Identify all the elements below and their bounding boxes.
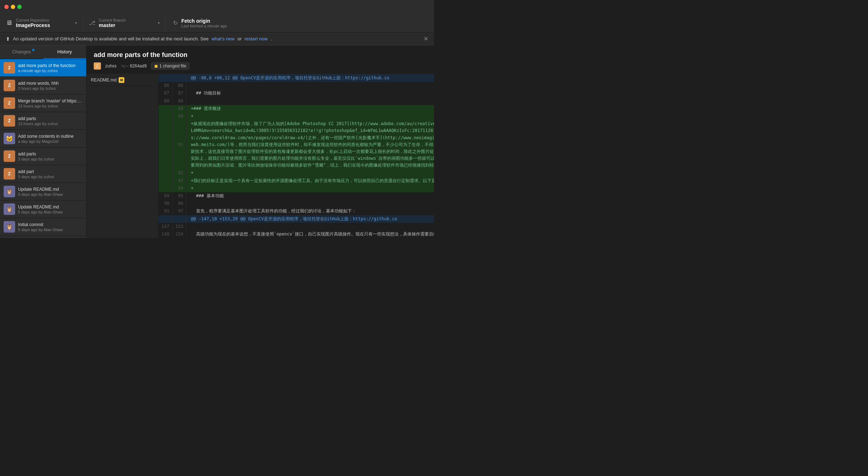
diff-added-row: 91+纵观现在的图像处理软件市场，除了广为人知的[Adobe Photoshop… (159, 120, 434, 169)
commit-item[interactable]: Z add parts 3 days ago by zuhxs (0, 147, 86, 165)
fetch-origin-button[interactable]: ↻ Fetch origin Last fetched a minute ago (166, 14, 245, 32)
diff-context-row: 9096 (159, 200, 434, 207)
maximize-button[interactable] (17, 5, 22, 9)
changed-files-badge: ◼ 1 changed file (151, 62, 190, 70)
file-modified-badge: M (119, 77, 124, 83)
banner-text-before: An updated version of GitHub Desktop is … (13, 36, 209, 41)
commit-info: add parts 13 hours ago by zuhxs (18, 116, 83, 126)
diff-added-row: 93+我们的目标正是实现一个具有一定拓展性的开源图像处理工具。由于没有市场压力，… (159, 177, 434, 185)
content-header: add more parts of the function Z zuhxs ⌥… (87, 45, 434, 74)
commit-avatar: Z (4, 80, 15, 91)
commit-avatar: Z (4, 168, 15, 180)
commit-info: Add some contents in outline a day ago b… (18, 133, 83, 144)
commit-item[interactable]: 🐱 Add some contents in outline a day ago… (0, 130, 86, 147)
commit-headline: add more parts of the function (94, 51, 427, 59)
whats-new-link[interactable]: what's new (212, 36, 235, 41)
diff-added-row: 90+ (159, 113, 434, 120)
fetch-icon: ↻ (173, 19, 178, 26)
commit-avatar: 🐱 (4, 133, 15, 144)
current-repo-section[interactable]: 🖥 Current Repository ImageProcess ▾ (0, 14, 83, 32)
commit-meta: a day ago by MagicGirl (18, 139, 83, 144)
commit-meta: 13 hours ago by zuhxs (18, 104, 83, 108)
branch-label: Current Branch (99, 18, 126, 22)
commit-meta: 5 days ago by Alan-Shaw (18, 228, 83, 232)
commit-avatar: Z (4, 97, 15, 109)
commit-title: Merge branch 'master' of https://... (18, 98, 83, 104)
commit-info: Merge branch 'master' of https://... 13 … (18, 98, 83, 109)
diff-hunk-header: @@ -86,6 +86,12 @@ OpenCV是开源的应用程序，项目托管在G… (159, 74, 434, 82)
minimize-button[interactable] (11, 5, 15, 9)
banner-close-button[interactable]: ✕ (424, 35, 428, 42)
hunk-content: @@ -86,6 +86,12 @@ OpenCV是开源的应用程序，项目托管在G… (186, 74, 434, 82)
tab-history[interactable]: History (43, 45, 87, 59)
sidebar: Changes History Z add more parts of the … (0, 45, 87, 238)
commit-title: add more words, hhh (18, 80, 83, 87)
banner-text-after: . (271, 36, 272, 41)
fetch-sub-label: Last fetched a minute ago (181, 24, 227, 28)
close-button[interactable] (4, 5, 9, 9)
commit-list: Z add more parts of the function a minut… (0, 59, 86, 238)
commit-info: Initial commit 5 days ago by Alan-Shaw (18, 222, 83, 232)
diff-view[interactable]: @@ -86,6 +86,12 @@ OpenCV是开源的应用程序，项目托管在G… (159, 74, 434, 238)
commit-title: Update README.md (18, 186, 83, 193)
commit-avatar: Z (4, 115, 15, 127)
hunk-line-num (159, 74, 186, 82)
commit-item[interactable]: Z add more parts of the function a minut… (0, 59, 86, 77)
commit-title: add more parts of the function (18, 63, 83, 69)
traffic-lights (4, 5, 22, 9)
commit-avatar: 🦉 (4, 203, 15, 215)
branch-name: master (99, 22, 126, 28)
commit-title: add parts (18, 116, 83, 122)
diff-table: @@ -86,6 +86,12 @@ OpenCV是开源的应用程序，项目托管在G… (159, 74, 434, 238)
diff-context-row: 8888 (159, 97, 434, 105)
commit-info: add more parts of the function a minute … (18, 63, 83, 73)
repo-name: ImageProcess (16, 22, 50, 28)
commit-info: add part 5 days ago by zuhxs (18, 169, 83, 179)
commit-meta: 3 days ago by zuhxs (18, 157, 83, 161)
file-panel: README.md M @@ -86,6 +86,12 @@ OpenCV是开源… (87, 74, 434, 238)
diff-context-row: 8686 (159, 82, 434, 89)
restart-now-link[interactable]: restart now (244, 36, 267, 41)
file-icon: ◼ (154, 63, 158, 69)
commit-info: Update README.md 5 days ago by Alan-Shaw (18, 186, 83, 197)
commit-hash: ⌥─ 6264ad9 (121, 63, 147, 69)
navbar: 🖥 Current Repository ImageProcess ▾ ⎇ Cu… (0, 14, 434, 32)
commit-meta: 2 hours ago by zuhxs (18, 86, 83, 91)
author-avatar: Z (94, 62, 101, 70)
repo-label: Current Repository (16, 18, 50, 22)
author-name: zuhxs (105, 63, 116, 69)
diff-added-row: 92+ (159, 169, 434, 177)
file-list: README.md M (87, 74, 159, 238)
commit-item[interactable]: 🦉 Update README.md 5 days ago by Alan-Sh… (0, 183, 86, 200)
file-name: README.md (91, 78, 116, 83)
commit-title: add parts (18, 151, 83, 157)
diff-added-row: 89+### 需求概述 (159, 105, 434, 113)
main-layout: Changes History Z add more parts of the … (0, 45, 434, 238)
commit-info: add more words, hhh 2 hours ago by zuhxs (18, 80, 83, 91)
diff-context-row: 9197 首先，程序要满足基本图片处理工具软件的功能，经过我们的讨论，基本功能如… (159, 207, 434, 215)
commit-meta: 5 days ago by Alan-Shaw (18, 192, 83, 197)
banner-text-middle: or (238, 36, 242, 41)
file-item-readme[interactable]: README.md M (87, 74, 158, 86)
commit-meta: 5 days ago by Alan-Shaw (18, 210, 83, 214)
commit-meta: a minute ago by zuhxs (18, 69, 83, 73)
current-branch-section[interactable]: ⎇ Current Branch master ▾ (83, 14, 166, 32)
commit-info: Update README.md 5 days ago by Alan-Shaw (18, 204, 83, 215)
commit-avatar: Z (4, 150, 15, 162)
hash-value: 6264ad9 (130, 63, 147, 69)
commit-item[interactable]: Z add part 5 days ago by zuhxs (0, 165, 86, 183)
commit-item[interactable]: Z add parts 13 hours ago by zuhxs (0, 112, 86, 130)
commit-meta-row: Z zuhxs ⌥─ 6264ad9 ◼ 1 changed file (94, 62, 427, 70)
tab-changes[interactable]: Changes (0, 45, 43, 59)
repo-chevron-icon: ▾ (75, 21, 77, 25)
branch-chevron-icon: ▾ (158, 21, 160, 25)
diff-context-row: 147153 (159, 223, 434, 230)
commit-item[interactable]: 🦉 Initial commit 5 days ago by Alan-Shaw (0, 218, 86, 236)
diff-context-row: 148154 高级功能为现在的基本设想，不直接使用`opencv`接口，自己实现… (159, 230, 434, 238)
commit-meta: 5 days ago by zuhxs (18, 175, 83, 179)
commit-item[interactable]: 🦉 Update README.md 5 days ago by Alan-Sh… (0, 200, 86, 218)
commit-item[interactable]: Z Merge branch 'master' of https://... 1… (0, 94, 86, 112)
commit-item[interactable]: Z add more words, hhh 2 hours ago by zuh… (0, 77, 86, 94)
commit-title: Initial commit (18, 222, 83, 228)
diff-added-row: 94+ (159, 185, 434, 192)
